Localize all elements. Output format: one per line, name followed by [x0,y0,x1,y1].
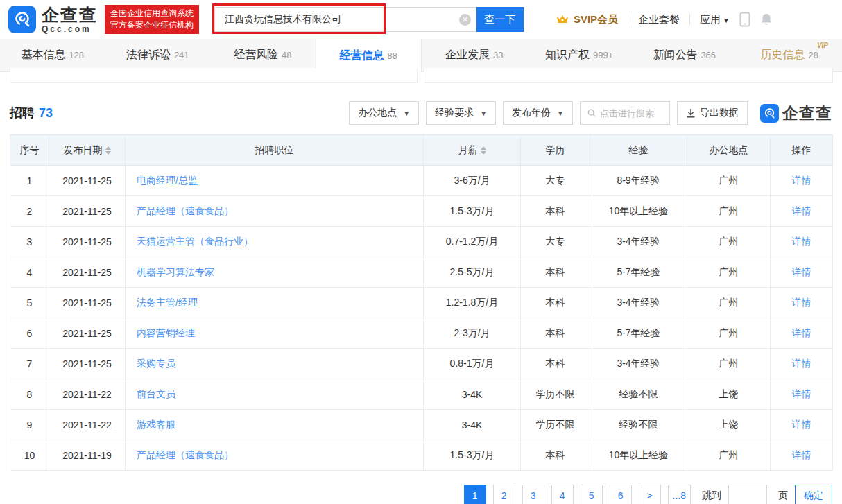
experience: 8-9年经验 [590,166,687,196]
tab-intellectual-property[interactable]: 知识产权999+ [527,39,633,71]
jump-page-input[interactable] [728,485,767,504]
detail-link[interactable]: 详情 [792,266,811,277]
position-link[interactable]: 产品经理（速食食品） [137,449,234,460]
table-row: 4 2021-11-25 机器学习算法专家 2.5-5万/月 本科 5-7年经验… [10,257,833,288]
detail-link[interactable]: 详情 [792,327,811,338]
experience: 3-4年经验 [590,349,687,379]
page-number-button[interactable]: 4 [551,485,574,504]
office-location: 广州 [687,440,771,471]
apps-menu[interactable]: 应用▼ [700,13,730,26]
education: 本科 [521,288,590,318]
experience: 5-7年经验 [590,257,687,288]
recruitment-table: 序号 发布日期 招聘职位 月薪 学历 经验 办公地点 操作 1 2021-11-… [10,134,833,471]
tab-operation-risk[interactable]: 经营风险48 [210,39,316,71]
tab-operation-info[interactable]: 经营信息88 [316,39,422,72]
page-number-button[interactable]: 6 [610,485,632,504]
detail-link[interactable]: 详情 [792,388,811,399]
sort-icon[interactable] [105,146,111,155]
filter-experience[interactable]: 经验要求▼ [426,101,496,125]
office-location: 广州 [687,196,771,227]
col-position: 招聘职位 [126,135,424,166]
table-row: 5 2021-11-25 法务主管/经理 1.2-1.8万/月 本科 3-4年经… [10,288,833,318]
position-link[interactable]: 机器学习算法专家 [137,266,214,277]
experience: 经验不限 [590,379,687,410]
export-data-button[interactable]: 导出数据 [677,101,748,125]
table-row: 1 2021-11-25 电商经理/总监 3-6万/月 大专 8-9年经验 广州… [10,166,833,196]
experience: 10年以上经验 [590,440,687,471]
qcc-watermark-icon [760,104,779,123]
office-location: 上饶 [687,379,771,410]
publish-date: 2021-11-25 [49,196,126,227]
position-link[interactable]: 采购专员 [137,358,175,369]
page-number-button[interactable]: 5 [581,485,603,504]
tab-basic-info[interactable]: 基本信息128 [0,39,105,71]
confirm-jump-button[interactable]: 确定 [795,485,832,504]
experience: 3-4年经验 [590,288,687,318]
company-search-input[interactable] [214,7,476,32]
detail-link[interactable]: 详情 [792,175,811,186]
clear-search-icon[interactable]: ✕ [459,14,471,26]
tab-enterprise-development[interactable]: 企业发展33 [422,39,527,71]
position-link[interactable]: 游戏客服 [137,419,175,430]
experience: 10年以上经验 [590,196,687,227]
tab-news-announcements[interactable]: 新闻公告366 [632,39,737,71]
page-number-button[interactable]: 1 [464,485,486,504]
sort-icon[interactable] [481,146,486,155]
publish-date: 2021-11-25 [49,166,126,196]
qcc-logo[interactable]: 企查查 Qcc.com [8,6,98,33]
experience: 经验不限 [590,410,687,440]
office-location: 广州 [687,166,771,196]
mobile-app-icon[interactable] [739,12,750,27]
office-location: 广州 [687,257,771,288]
notification-bell-icon[interactable] [760,12,773,26]
enterprise-package-link[interactable]: 企业套餐 [638,13,680,26]
qcc-watermark: 企查查 [760,103,832,124]
position-link[interactable]: 前台文员 [137,388,175,399]
qcc-logo-icon [8,6,36,33]
col-salary[interactable]: 月薪 [424,135,521,166]
detail-link[interactable]: 详情 [792,205,811,216]
position-link[interactable]: 内容营销经理 [137,327,195,338]
next-page-button[interactable]: > [639,485,661,504]
tab-history-info[interactable]: 历史信息28VIP [737,39,842,71]
page-number-button[interactable]: 2 [493,485,515,504]
publish-date: 2021-11-22 [49,410,126,440]
brand-name: 企查查 [42,6,98,24]
position-link[interactable]: 电商经理/总监 [137,175,198,186]
office-location: 广州 [687,318,771,349]
filter-office-location[interactable]: 办公地点▼ [349,101,419,125]
publish-date: 2021-11-25 [49,318,126,349]
page-number-button[interactable]: 3 [522,485,544,504]
detail-link[interactable]: 详情 [792,419,811,430]
last-page-button[interactable]: ...8 [668,485,691,504]
svip-link[interactable]: SVIP会员 [556,13,618,26]
chevron-down-icon: ▼ [723,17,730,24]
tab-legal-litigation[interactable]: 法律诉讼241 [105,39,211,71]
qcc-watermark-text: 企查查 [782,103,832,124]
detail-link[interactable]: 详情 [792,236,811,247]
salary: 3-4K [424,410,521,440]
download-icon [686,108,696,119]
detail-link[interactable]: 详情 [792,297,811,308]
filter-publish-year[interactable]: 发布年份▼ [503,101,573,125]
education: 本科 [521,196,590,227]
salary: 1.5-3万/月 [424,196,521,227]
chevron-down-icon: ▼ [480,110,487,117]
table-search-box[interactable] [580,101,670,125]
publish-date: 2021-11-25 [49,349,126,379]
search-button[interactable]: 查一下 [476,7,524,32]
detail-link[interactable]: 详情 [792,449,811,460]
position-link[interactable]: 法务主管/经理 [137,297,198,308]
position-link[interactable]: 产品经理（速食食品） [137,205,234,216]
table-row: 8 2021-11-22 前台文员 3-4K 学历不限 经验不限 上饶 详情 [10,379,833,410]
table-row: 7 2021-11-25 采购专员 0.8-1万/月 本科 3-4年经验 广州 … [10,349,833,379]
section-title: 招聘 [10,105,35,121]
table-search-input[interactable] [600,108,662,119]
row-index: 8 [10,379,49,410]
vip-tag: VIP [817,42,828,49]
salary: 0.7-1.2万/月 [424,227,521,257]
detail-link[interactable]: 详情 [792,358,811,369]
publish-date: 2021-11-19 [49,440,126,471]
position-link[interactable]: 天猫运营主管（食品行业） [137,236,253,247]
col-publish-date[interactable]: 发布日期 [49,135,126,166]
